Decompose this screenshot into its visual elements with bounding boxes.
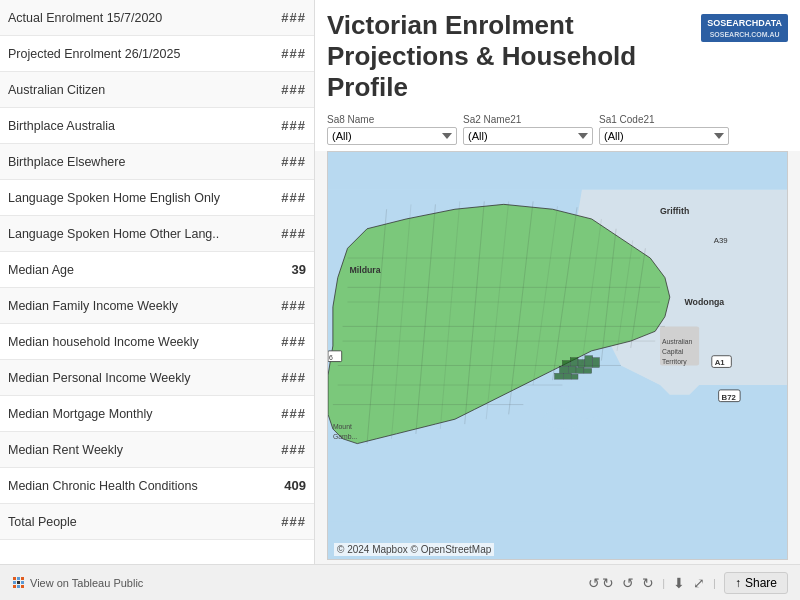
row-label: Median Rent Weekly — [8, 443, 261, 457]
svg-rect-30 — [578, 359, 585, 367]
row-value: ### — [261, 298, 306, 313]
svg-text:Territory: Territory — [662, 357, 687, 365]
svg-text:Capital: Capital — [662, 347, 684, 355]
row-value: ### — [261, 46, 306, 61]
row-label: Median Age — [8, 263, 261, 277]
share-label: Share — [745, 576, 777, 590]
row-value: 39 — [261, 262, 306, 277]
map-credit: © 2024 Mapbox © OpenStreetMap — [334, 543, 494, 556]
filter-group: Sa2 Name21(All) — [463, 114, 593, 145]
table-row: Median household Income Weekly### — [0, 324, 314, 360]
map-container: Australian Capital Territory — [327, 151, 788, 560]
filter-label: Sa1 Code21 — [599, 114, 729, 125]
svg-rect-59 — [21, 581, 24, 584]
svg-text:Griffith: Griffith — [660, 206, 689, 216]
share-icon: ↑ — [735, 576, 741, 590]
table-row: Median Age39 — [0, 252, 314, 288]
svg-text:Mount: Mount — [333, 423, 352, 430]
svg-text:A39: A39 — [714, 236, 728, 245]
table-row: Language Spoken Home Other Lang..### — [0, 216, 314, 252]
tableau-logo-icon — [12, 576, 26, 590]
svg-text:Gamb...: Gamb... — [333, 432, 357, 439]
table-row: Birthplace Elsewhere### — [0, 144, 314, 180]
row-label: Birthplace Elsewhere — [8, 155, 261, 169]
table-row: Median Mortgage Monthly### — [0, 396, 314, 432]
svg-rect-54 — [13, 577, 16, 580]
logo-box: SOSEARCHDATA SOSEARCH.COM.AU — [701, 14, 788, 42]
table-row: Median Family Income Weekly### — [0, 288, 314, 324]
share-button[interactable]: ↑ Share — [724, 572, 788, 594]
separator: | — [662, 577, 665, 589]
svg-rect-32 — [593, 357, 600, 367]
row-label: Total People — [8, 515, 261, 529]
logo-line1: SOSEARCHDATA — [707, 17, 782, 30]
svg-text:Australian: Australian — [662, 338, 693, 345]
sa2-name-filter[interactable]: (All) — [463, 127, 593, 145]
table-row: Actual Enrolment 15/7/2020### — [0, 0, 314, 36]
redo-button[interactable]: ↻ — [602, 575, 614, 591]
row-label: Language Spoken Home English Only — [8, 191, 261, 205]
row-label: Australian Citizen — [8, 83, 261, 97]
undo-button-2[interactable]: ↺ — [622, 575, 634, 591]
content-area: Actual Enrolment 15/7/2020###Projected E… — [0, 0, 800, 564]
row-label: Median Personal Income Weekly — [8, 371, 261, 385]
svg-text:B72: B72 — [722, 392, 737, 401]
svg-rect-58 — [17, 581, 20, 584]
row-label: Language Spoken Home Other Lang.. — [8, 227, 261, 241]
header-area: Victorian Enrolment Projections & Househ… — [315, 0, 800, 110]
svg-rect-57 — [13, 581, 16, 584]
map-svg: Australian Capital Territory — [328, 152, 787, 559]
undo-button[interactable]: ↺ — [588, 575, 600, 591]
svg-text:Mildura: Mildura — [349, 264, 380, 274]
svg-rect-62 — [21, 585, 24, 588]
tableau-link-label: View on Tableau Public — [30, 577, 143, 589]
main-container: Actual Enrolment 15/7/2020###Projected E… — [0, 0, 800, 600]
table-row: Median Chronic Health Conditions409 — [0, 468, 314, 504]
svg-rect-28 — [562, 360, 570, 366]
svg-text:Wodonga: Wodonga — [684, 296, 724, 306]
left-panel: Actual Enrolment 15/7/2020###Projected E… — [0, 0, 315, 564]
sa8-name-filter[interactable]: (All) — [327, 127, 457, 145]
logo-line2: SOSEARCH.COM.AU — [707, 30, 782, 40]
svg-rect-33 — [559, 366, 568, 373]
row-label: Birthplace Australia — [8, 119, 261, 133]
row-value: ### — [261, 118, 306, 133]
svg-rect-38 — [563, 373, 571, 379]
map-background: Australian Capital Territory — [328, 152, 787, 559]
row-value: ### — [261, 406, 306, 421]
redo-button-2[interactable]: ↻ — [642, 575, 654, 591]
logo-area: SOSEARCHDATA SOSEARCH.COM.AU — [701, 14, 788, 42]
row-value: ### — [261, 442, 306, 457]
svg-text:A1: A1 — [715, 358, 726, 367]
bottom-toolbar: View on Tableau Public ↺ ↻ ↺ ↻ | ⬇ ⤢ | ↑… — [0, 564, 800, 600]
row-label: Median household Income Weekly — [8, 335, 261, 349]
row-label: Actual Enrolment 15/7/2020 — [8, 11, 261, 25]
table-row: Total People### — [0, 504, 314, 540]
expand-button[interactable]: ⤢ — [693, 575, 705, 591]
row-label: Projected Enrolment 26/1/2025 — [8, 47, 261, 61]
tableau-link[interactable]: View on Tableau Public — [12, 576, 143, 590]
row-value: ### — [261, 226, 306, 241]
svg-rect-39 — [571, 374, 578, 379]
svg-point-41 — [543, 409, 582, 429]
table-row: Median Personal Income Weekly### — [0, 360, 314, 396]
page-title: Victorian Enrolment Projections & Househ… — [327, 10, 691, 104]
sa1-code-filter[interactable]: (All) — [599, 127, 729, 145]
filter-group: Sa8 Name(All) — [327, 114, 457, 145]
row-label: Median Family Income Weekly — [8, 299, 261, 313]
table-row: Median Rent Weekly### — [0, 432, 314, 468]
row-value: ### — [261, 82, 306, 97]
filter-group: Sa1 Code21(All) — [599, 114, 729, 145]
right-panel: Victorian Enrolment Projections & Househ… — [315, 0, 800, 564]
separator2: | — [713, 577, 716, 589]
row-value: ### — [261, 10, 306, 25]
svg-text:6: 6 — [329, 353, 333, 360]
row-value: ### — [261, 514, 306, 529]
table-row: Projected Enrolment 26/1/2025### — [0, 36, 314, 72]
download-button[interactable]: ⬇ — [673, 575, 685, 591]
svg-rect-36 — [584, 368, 592, 373]
svg-rect-34 — [568, 366, 576, 373]
svg-rect-60 — [13, 585, 16, 588]
svg-rect-29 — [570, 357, 578, 366]
row-value: ### — [261, 154, 306, 169]
